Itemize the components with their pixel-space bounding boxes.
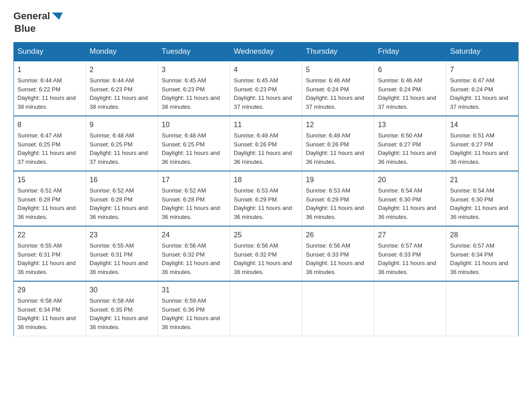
sunset-text: Sunset: 6:30 PM [378,196,421,203]
day-number: 8 [17,120,82,130]
sunset-text: Sunset: 6:30 PM [450,196,493,203]
calendar-cell: 10Sunrise: 6:48 AMSunset: 6:25 PMDayligh… [158,116,230,171]
calendar-week-row: 8Sunrise: 6:47 AMSunset: 6:25 PMDaylight… [14,116,519,171]
day-number: 7 [450,64,515,75]
sunrise-text: Sunrise: 6:54 AM [450,187,494,194]
weekday-header-saturday: Saturday [446,43,519,61]
sunrise-text: Sunrise: 6:48 AM [162,132,206,139]
weekday-header-monday: Monday [86,43,158,61]
sunset-text: Sunset: 6:26 PM [234,141,277,148]
weekday-header-tuesday: Tuesday [158,43,230,61]
day-number: 31 [162,285,226,295]
daylight-text: Daylight: 11 hours and 37 minutes. [450,94,508,110]
calendar-cell: 1Sunrise: 6:44 AMSunset: 6:22 PMDaylight… [14,61,86,116]
logo-general: General [13,11,50,21]
sunrise-text: Sunrise: 6:55 AM [90,242,134,249]
daylight-text: Daylight: 11 hours and 37 minutes. [17,150,76,165]
calendar-cell: 21Sunrise: 6:54 AMSunset: 6:30 PMDayligh… [446,171,519,226]
sunset-text: Sunset: 6:23 PM [162,86,205,93]
daylight-text: Daylight: 11 hours and 36 minutes. [306,260,364,275]
day-number: 28 [450,230,515,240]
sunset-text: Sunset: 6:32 PM [162,251,205,258]
sunset-text: Sunset: 6:34 PM [17,306,60,313]
sunrise-text: Sunrise: 6:47 AM [450,77,494,84]
calendar-table: SundayMondayTuesdayWednesdayThursdayFrid… [13,42,519,336]
calendar-cell [302,281,374,336]
sunset-text: Sunset: 6:36 PM [162,306,205,313]
calendar-cell: 19Sunrise: 6:53 AMSunset: 6:29 PMDayligh… [302,171,374,226]
daylight-text: Daylight: 11 hours and 36 minutes. [90,205,148,220]
calendar-cell: 12Sunrise: 6:49 AMSunset: 6:26 PMDayligh… [302,116,374,171]
sunrise-text: Sunrise: 6:44 AM [17,77,62,84]
sunset-text: Sunset: 6:26 PM [306,141,349,148]
calendar-cell: 9Sunrise: 6:48 AMSunset: 6:25 PMDaylight… [86,116,158,171]
day-number: 3 [162,64,226,75]
sunrise-text: Sunrise: 6:49 AM [234,132,278,139]
daylight-text: Daylight: 11 hours and 36 minutes. [234,260,292,275]
logo-icon [50,9,64,23]
calendar-cell: 28Sunrise: 6:57 AMSunset: 6:34 PMDayligh… [446,226,519,281]
day-number: 6 [378,64,442,75]
calendar-cell: 13Sunrise: 6:50 AMSunset: 6:27 PMDayligh… [374,116,446,171]
sunset-text: Sunset: 6:25 PM [90,141,133,148]
sunset-text: Sunset: 6:28 PM [17,196,60,203]
day-number: 19 [306,175,370,185]
daylight-text: Daylight: 11 hours and 37 minutes. [378,94,436,110]
calendar-cell: 11Sunrise: 6:49 AMSunset: 6:26 PMDayligh… [230,116,302,171]
daylight-text: Daylight: 11 hours and 36 minutes. [17,315,76,330]
day-number: 20 [378,175,442,185]
calendar-cell: 2Sunrise: 6:44 AMSunset: 6:23 PMDaylight… [86,61,158,116]
sunrise-text: Sunrise: 6:53 AM [306,187,350,194]
calendar-cell: 5Sunrise: 6:46 AMSunset: 6:24 PMDaylight… [302,61,374,116]
day-number: 9 [90,120,154,130]
sunrise-text: Sunrise: 6:48 AM [90,132,134,139]
daylight-text: Daylight: 11 hours and 36 minutes. [90,260,148,275]
calendar-cell: 31Sunrise: 6:59 AMSunset: 6:36 PMDayligh… [158,281,230,336]
sunset-text: Sunset: 6:32 PM [234,251,277,258]
daylight-text: Daylight: 11 hours and 36 minutes. [306,205,364,220]
calendar-cell: 16Sunrise: 6:52 AMSunset: 6:28 PMDayligh… [86,171,158,226]
day-number: 10 [162,120,226,130]
sunset-text: Sunset: 6:24 PM [450,86,493,93]
calendar-cell: 22Sunrise: 6:55 AMSunset: 6:31 PMDayligh… [14,226,86,281]
sunset-text: Sunset: 6:28 PM [162,196,205,203]
sunset-text: Sunset: 6:35 PM [90,306,133,313]
weekday-header-wednesday: Wednesday [230,43,302,61]
calendar-cell: 17Sunrise: 6:52 AMSunset: 6:28 PMDayligh… [158,171,230,226]
daylight-text: Daylight: 11 hours and 36 minutes. [162,315,220,330]
sunrise-text: Sunrise: 6:56 AM [306,242,350,249]
weekday-header-friday: Friday [374,43,446,61]
day-number: 2 [90,64,154,75]
daylight-text: Daylight: 11 hours and 37 minutes. [306,94,364,110]
sunset-text: Sunset: 6:33 PM [378,251,421,258]
calendar-cell [446,281,519,336]
day-number: 21 [450,175,515,185]
calendar-cell: 29Sunrise: 6:58 AMSunset: 6:34 PMDayligh… [14,281,86,336]
sunset-text: Sunset: 6:24 PM [378,86,421,93]
sunrise-text: Sunrise: 6:46 AM [378,77,422,84]
sunrise-text: Sunrise: 6:47 AM [17,132,62,139]
calendar-cell: 27Sunrise: 6:57 AMSunset: 6:33 PMDayligh… [374,226,446,281]
day-number: 5 [306,64,370,75]
sunset-text: Sunset: 6:25 PM [162,141,205,148]
sunset-text: Sunset: 6:25 PM [17,141,60,148]
sunset-text: Sunset: 6:23 PM [234,86,277,93]
day-number: 15 [17,175,82,185]
daylight-text: Daylight: 11 hours and 36 minutes. [162,260,220,275]
daylight-text: Daylight: 11 hours and 37 minutes. [90,150,148,165]
day-number: 16 [90,175,154,185]
page-header: General Blue [13,9,519,34]
day-number: 1 [17,64,82,75]
sunrise-text: Sunrise: 6:54 AM [378,187,422,194]
calendar-cell: 23Sunrise: 6:55 AMSunset: 6:31 PMDayligh… [86,226,158,281]
day-number: 14 [450,120,515,130]
sunset-text: Sunset: 6:29 PM [234,196,277,203]
calendar-week-row: 15Sunrise: 6:51 AMSunset: 6:28 PMDayligh… [14,171,519,226]
calendar-cell: 24Sunrise: 6:56 AMSunset: 6:32 PMDayligh… [158,226,230,281]
svg-marker-0 [52,13,63,20]
sunset-text: Sunset: 6:31 PM [90,251,133,258]
sunrise-text: Sunrise: 6:50 AM [378,132,422,139]
sunset-text: Sunset: 6:24 PM [306,86,349,93]
day-number: 29 [17,285,82,295]
sunset-text: Sunset: 6:31 PM [17,251,60,258]
